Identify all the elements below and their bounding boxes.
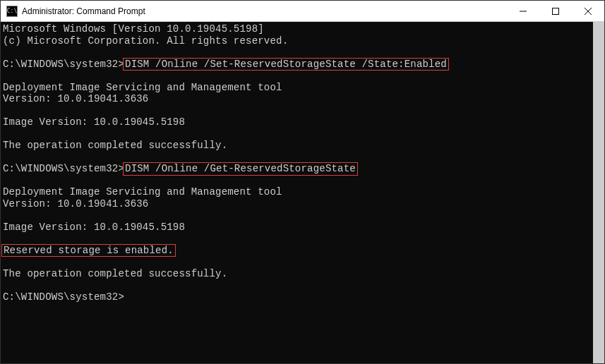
close-button[interactable] [572,1,604,21]
command-prompt-window: C:\ Administrator: Command Prompt Micros… [0,0,605,364]
blank-line [3,175,591,187]
blank-line [3,152,591,164]
success-line: The operation completed successfully. [3,268,591,280]
command-highlight: DISM /Online /Set-ReservedStorageState /… [123,58,449,71]
cmd-icon-label: C:\ [7,8,17,14]
minimize-button[interactable] [507,1,539,21]
prompt-line: C:\WINDOWS\system32> [3,291,591,303]
scrollbar-thumb[interactable] [594,22,604,363]
maximize-button[interactable] [539,1,572,21]
prompt-line: C:\WINDOWS\system32>DISM /Online /Get-Re… [3,163,591,175]
close-icon [585,8,592,15]
reserved-status-line: Reserved storage is enabled. [3,245,591,257]
status-highlight: Reserved storage is enabled. [1,244,176,257]
dism-version-line: Version: 10.0.19041.3636 [3,198,591,210]
prompt-line: C:\WINDOWS\system32>DISM /Online /Set-Re… [3,59,591,71]
image-version-line: Image Version: 10.0.19045.5198 [3,116,591,128]
cmd-icon: C:\ [6,6,18,17]
blank-line [3,279,591,291]
banner-line: Microsoft Windows [Version 10.0.19045.51… [3,23,591,35]
command-highlight: DISM /Online /Get-ReservedStorageState [123,162,358,176]
blank-line [3,210,591,222]
window-title: Administrator: Command Prompt [22,6,507,16]
terminal-container: Microsoft Windows [Version 10.0.19045.51… [1,22,604,363]
svg-rect-1 [553,8,559,14]
blank-line [3,128,591,140]
titlebar[interactable]: C:\ Administrator: Command Prompt [1,1,604,22]
dism-tool-line: Deployment Image Servicing and Managemen… [3,186,591,198]
window-controls [507,1,604,21]
maximize-icon [552,8,559,15]
banner-line: (c) Microsoft Corporation. All rights re… [3,35,591,47]
prompt-prefix: C:\WINDOWS\system32> [3,163,124,174]
blank-line [3,47,591,59]
terminal-output[interactable]: Microsoft Windows [Version 10.0.19045.51… [1,22,593,363]
blank-line [3,233,591,245]
blank-line [3,105,591,117]
blank-line [3,256,591,268]
minimize-icon [520,8,527,15]
vertical-scrollbar[interactable] [593,22,604,363]
dism-tool-line: Deployment Image Servicing and Managemen… [3,82,591,94]
prompt-prefix: C:\WINDOWS\system32> [3,291,124,303]
image-version-line: Image Version: 10.0.19045.5198 [3,222,591,233]
prompt-prefix: C:\WINDOWS\system32> [3,59,124,70]
success-line: The operation completed successfully. [3,140,591,152]
dism-version-line: Version: 10.0.19041.3636 [3,93,591,105]
blank-line [3,70,591,82]
